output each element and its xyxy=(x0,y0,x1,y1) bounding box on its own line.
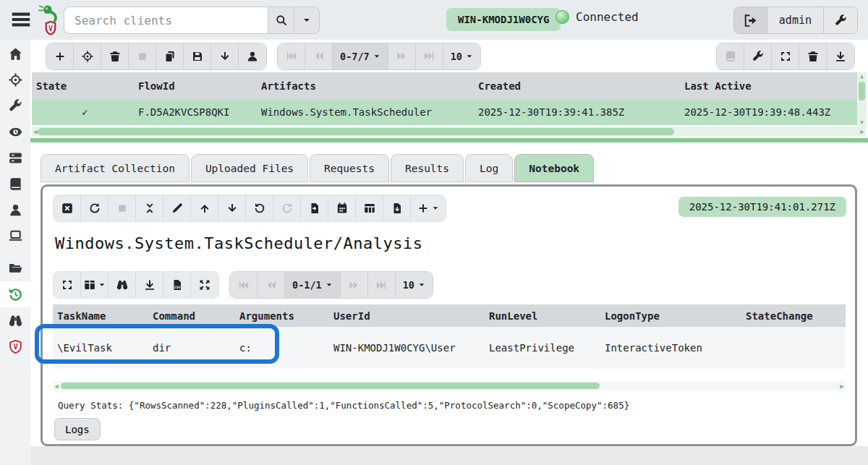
flow-row-selected[interactable]: ✓ F.D5A2KVCSP8QKI Windows.System.TaskSch… xyxy=(32,99,857,125)
last-page-button[interactable] xyxy=(368,272,396,298)
delete-flow-button[interactable] xyxy=(101,43,129,69)
sidebar-item-home[interactable] xyxy=(0,40,30,67)
import-collection-button[interactable] xyxy=(211,43,239,69)
col-artifacts[interactable]: Artifacts xyxy=(257,80,474,92)
client-id-badge[interactable]: WIN-KMODJ1W0CYG xyxy=(446,8,561,31)
prev-page-button[interactable] xyxy=(305,43,333,69)
logout-button[interactable] xyxy=(734,7,767,33)
edit-cell-button[interactable] xyxy=(163,195,191,221)
tab-notebook[interactable]: Notebook xyxy=(514,154,594,182)
results-horizontal-scrollbar[interactable]: ◀ ▶ xyxy=(53,381,846,391)
undo-icon xyxy=(254,202,265,214)
last-page-button[interactable] xyxy=(416,43,443,69)
col-userid[interactable]: UserId xyxy=(329,310,485,322)
col-runlevel[interactable]: RunLevel xyxy=(485,310,600,322)
next-page-button[interactable] xyxy=(388,43,416,69)
flows-horizontal-scrollbar[interactable]: ◀ ▶ xyxy=(32,127,866,137)
first-page-button[interactable] xyxy=(230,272,258,298)
tab-requests[interactable]: Requests xyxy=(310,154,389,182)
first-page-button[interactable] xyxy=(278,43,305,69)
grid-transpose-button[interactable] xyxy=(191,272,218,298)
cancel-flow-button[interactable] xyxy=(129,43,156,69)
redo-button[interactable] xyxy=(273,195,301,221)
col-state[interactable]: State xyxy=(32,80,134,92)
username-button[interactable]: admin xyxy=(767,7,824,33)
sidebar-item-users[interactable] xyxy=(0,197,30,223)
grid-download-button[interactable] xyxy=(136,272,163,298)
sidebar-item-hunts[interactable] xyxy=(0,67,30,93)
col-statechange[interactable]: StateChange xyxy=(741,310,846,322)
save-collection-button[interactable] xyxy=(184,43,211,69)
search-input[interactable] xyxy=(64,7,268,34)
scrollbar-thumb[interactable] xyxy=(859,82,865,101)
prev-page-button[interactable] xyxy=(258,272,285,298)
add-to-hunt-button[interactable] xyxy=(74,43,101,69)
scroll-down-icon[interactable]: ▼ xyxy=(857,119,867,126)
stop-calculation-button[interactable] xyxy=(109,195,136,221)
scroll-left-icon[interactable]: ◀ xyxy=(53,381,60,391)
user-settings-button[interactable] xyxy=(824,7,857,33)
search-options-dropdown[interactable] xyxy=(294,7,320,34)
col-command[interactable]: Command xyxy=(148,310,235,322)
page-range-dropdown[interactable]: 0-7/7 xyxy=(333,43,388,69)
next-page-button[interactable] xyxy=(341,272,368,298)
page-size-dropdown[interactable]: 10 xyxy=(443,43,480,69)
move-cell-down-button[interactable] xyxy=(218,195,246,221)
delete-results-button[interactable] xyxy=(799,43,827,69)
grid-fullscreen-button[interactable] xyxy=(54,272,81,298)
tab-artifact-collection[interactable]: Artifact Collection xyxy=(41,154,190,182)
results-table-row[interactable]: \EvilTask dir c: WIN-KMODJ1W0CYG\User Le… xyxy=(53,327,846,369)
scroll-up-icon[interactable]: ▲ xyxy=(857,73,867,80)
scroll-right-icon[interactable]: ▶ xyxy=(859,127,866,137)
new-collection-button[interactable] xyxy=(46,43,74,69)
sidebar-item-artifacts[interactable] xyxy=(0,93,30,119)
sidebar-item-server-events[interactable] xyxy=(0,119,30,145)
notebook-button[interactable] xyxy=(717,43,744,69)
sidebar-item-shield[interactable]: V xyxy=(0,333,30,359)
col-arguments[interactable]: Arguments xyxy=(235,310,329,322)
prepare-download-button[interactable] xyxy=(744,43,772,69)
flow-view-group xyxy=(716,43,855,70)
sidebar-item-server-artifacts[interactable] xyxy=(0,145,30,171)
export-cell-button[interactable] xyxy=(383,195,411,221)
undo-button[interactable] xyxy=(246,195,273,221)
client-collections-button[interactable] xyxy=(239,43,266,69)
logs-button[interactable]: Logs xyxy=(54,418,101,440)
tab-results[interactable]: Results xyxy=(391,154,464,182)
move-cell-up-button[interactable] xyxy=(191,195,218,221)
sidebar-item-host-info[interactable] xyxy=(0,223,30,249)
sidebar-item-client-events[interactable] xyxy=(0,307,30,333)
page-size-dropdown[interactable]: 10 xyxy=(396,272,433,298)
col-flowid[interactable]: FlowId xyxy=(134,80,257,92)
add-cell-from-table-button[interactable] xyxy=(356,195,383,221)
scrollbar-thumb[interactable] xyxy=(38,128,674,135)
download-results-button[interactable] xyxy=(827,43,854,69)
scrollbar-thumb[interactable] xyxy=(61,383,600,389)
hamburger-menu-icon[interactable] xyxy=(9,9,33,30)
search-button[interactable] xyxy=(268,7,294,34)
add-timeline-button[interactable] xyxy=(328,195,356,221)
scroll-right-icon[interactable]: ▶ xyxy=(838,381,846,391)
copy-cell-button[interactable] xyxy=(301,195,328,221)
page-range-dropdown[interactable]: 0-1/1 xyxy=(285,272,341,298)
flows-vertical-scrollbar[interactable]: ▲ ▼ xyxy=(857,72,867,127)
grid-columns-dropdown[interactable] xyxy=(81,272,109,298)
sidebar-item-collected-artifacts[interactable] xyxy=(0,281,30,307)
tab-log[interactable]: Log xyxy=(465,154,513,182)
col-created[interactable]: Created xyxy=(474,80,680,92)
sidebar-item-notebooks[interactable] xyxy=(0,171,30,197)
copy-collection-button[interactable] xyxy=(156,43,184,69)
expand-view-button[interactable] xyxy=(772,43,799,69)
close-cell-button[interactable] xyxy=(54,195,81,221)
col-taskname[interactable]: TaskName xyxy=(53,310,148,322)
col-last-active[interactable]: Last Active xyxy=(680,80,857,92)
recalculate-button[interactable] xyxy=(81,195,109,221)
sidebar-item-vfs[interactable] xyxy=(0,255,30,281)
tab-uploaded-files[interactable]: Uploaded Files xyxy=(191,154,308,182)
grid-filter-button[interactable] xyxy=(109,272,136,298)
col-logontype[interactable]: LogonType xyxy=(600,310,741,322)
add-cell-dropdown[interactable] xyxy=(411,195,446,221)
grid-export-csv-button[interactable]: CSV xyxy=(163,272,191,298)
velociraptor-logo-icon[interactable]: V xyxy=(38,4,64,36)
collapse-cell-button[interactable] xyxy=(136,195,163,221)
